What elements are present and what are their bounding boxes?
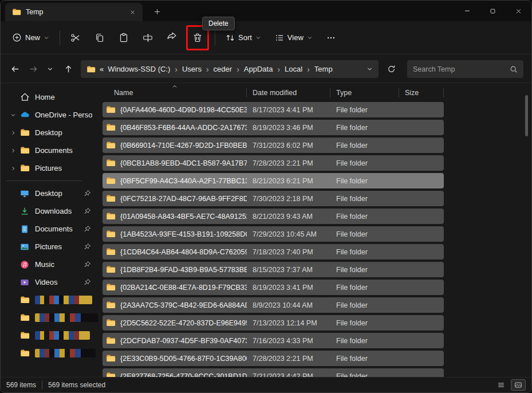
pin-icon <box>84 278 91 286</box>
breadcrumb-overflow[interactable]: « <box>100 65 104 73</box>
file-row[interactable]: {1CDB4C64-AB64-4804-8D9A-C762059A3...7/1… <box>103 244 444 260</box>
back-button[interactable] <box>6 60 23 77</box>
up-button[interactable] <box>60 60 77 77</box>
new-button[interactable]: New <box>7 27 54 49</box>
file-row[interactable]: {1DB8F2B4-9FAD-43B9-B9A5-57783BEA4...8/1… <box>103 262 444 277</box>
maximize-button[interactable] <box>480 1 506 21</box>
search-box[interactable] <box>407 60 523 78</box>
sidebar-item-documents[interactable]: Documents <box>1 142 98 159</box>
file-row[interactable]: {0AFA4406-460D-4D9D-9198-4CC50E3C2...8/1… <box>103 102 444 117</box>
breadcrumb-separator: › <box>174 65 178 74</box>
file-row[interactable]: {0B669014-710E-4267-9D2D-1FB0BEBA1A...7/… <box>103 137 444 153</box>
rename-button[interactable] <box>138 27 157 49</box>
column-header-type[interactable]: Type <box>330 84 399 102</box>
recent-locations-chevron[interactable] <box>43 60 57 77</box>
file-name: {02BA214C-0E88-4E7A-8D19-F79CB330FB... <box>120 284 247 292</box>
file-row[interactable]: {2DCFDAB7-0937-4D5F-BF39-0AF407373...7/1… <box>103 333 444 348</box>
tab-close-icon[interactable] <box>125 5 139 19</box>
file-row[interactable]: {2E33C0B9-5D05-4766-87F0-1C39A8009C...7/… <box>103 351 444 366</box>
pin-icon <box>84 207 91 215</box>
file-row[interactable]: {1AB4523A-93FE-4153-B191-109258DCA1...7/… <box>103 226 444 242</box>
view-button[interactable]: View <box>270 27 317 49</box>
minimize-button[interactable] <box>454 1 480 21</box>
sidebar-item-redacted[interactable] <box>1 344 98 362</box>
breadcrumb-item-temp[interactable]: Temp <box>314 65 333 73</box>
scrollbar-thumb[interactable] <box>525 95 528 136</box>
sidebar-item-pictures[interactable]: Pictures <box>1 159 98 177</box>
breadcrumb-item-local[interactable]: Local <box>285 65 302 73</box>
folder-icon <box>106 353 116 363</box>
column-header-size[interactable]: Size <box>399 84 444 102</box>
file-row[interactable]: {0BCB1AB8-9EBD-4DC1-B587-9A17B7B63...7/2… <box>103 155 444 171</box>
file-name: {0BF5CF99-A4C3-440A-A2F1-77BBC1350... <box>120 177 247 185</box>
breadcrumb: Windows-SSD (C:)›Users›ceder›AppData›Loc… <box>108 65 332 74</box>
titlebar[interactable]: Temp <box>1 1 531 21</box>
redacted-label <box>35 296 92 304</box>
redacted-label <box>35 313 98 322</box>
thumbnail-view-button[interactable] <box>511 379 526 391</box>
details-view-button[interactable] <box>494 379 509 391</box>
file-row[interactable]: {01A09458-A843-4BF5-AE7C-48A91252A4...8/… <box>103 209 444 224</box>
new-button-label: New <box>25 33 40 42</box>
more-options-button[interactable] <box>322 27 340 49</box>
address-dropdown-chevron[interactable] <box>367 66 373 72</box>
file-row[interactable]: {02BA214C-0E88-4E7A-8D19-F79CB330FB...8/… <box>103 280 444 295</box>
sidebar-item-desktop-pinned[interactable]: Desktop <box>1 184 98 202</box>
sidebar-divider <box>6 180 82 181</box>
file-name: {1DB8F2B4-9FAD-43B9-B9A5-57783BEA4... <box>120 266 247 274</box>
breadcrumb-item-appdata[interactable]: AppData <box>244 65 273 73</box>
sidebar-item-documents-pinned[interactable]: Documents <box>1 220 98 238</box>
file-date-modified: 8/19/2023 3:46 PM <box>247 124 330 132</box>
sidebar-item-pictures-pinned[interactable]: Pictures <box>1 238 98 256</box>
chevron-down-icon[interactable] <box>7 112 19 118</box>
pictures-icon <box>19 242 30 252</box>
file-date-modified: 7/30/2023 2:18 PM <box>247 195 330 203</box>
search-icon[interactable] <box>510 65 518 73</box>
chevron-right-icon[interactable] <box>7 148 19 154</box>
sidebar-item-redacted[interactable] <box>1 327 98 344</box>
close-button[interactable] <box>506 1 531 21</box>
sidebar-item-desktop[interactable]: Desktop <box>1 124 98 142</box>
redacted-label <box>35 349 96 357</box>
vertical-scrollbar[interactable] <box>524 86 529 375</box>
sidebar-item-downloads-pinned[interactable]: Downloads <box>1 202 98 220</box>
refresh-button[interactable] <box>383 60 400 78</box>
tab-temp[interactable]: Temp <box>5 3 143 21</box>
file-date-modified: 8/19/2023 3:41 PM <box>247 284 330 292</box>
file-row[interactable]: {0B46F853-F6B6-44AA-ADDC-2A1767347...8/1… <box>103 120 444 135</box>
new-tab-button[interactable] <box>149 5 164 18</box>
file-type: File folder <box>330 319 399 327</box>
search-input[interactable] <box>413 65 510 73</box>
sidebar-item-label: Desktop <box>35 128 62 137</box>
file-name: {2E827768-7256-4770-8CCC-301BD1DBB4... <box>120 372 247 378</box>
circle-plus-icon <box>12 33 22 42</box>
file-row[interactable]: {0FC75218-27AD-48C7-96AB-9FF2F8D43...7/3… <box>103 191 444 206</box>
share-button[interactable] <box>162 27 182 49</box>
column-header-name[interactable]: Name <box>103 84 247 102</box>
forward-button[interactable] <box>25 60 42 77</box>
column-header-date-modified[interactable]: Date modified <box>247 84 330 102</box>
sidebar-item-onedrive-perso[interactable]: OneDrive - Perso <box>1 106 98 124</box>
sidebar-item-redacted[interactable] <box>1 309 98 327</box>
cut-button[interactable] <box>66 27 85 49</box>
copy-button[interactable] <box>90 27 109 49</box>
sidebar-item-home[interactable]: Home <box>1 88 98 106</box>
breadcrumb-item-windows-ssd-c[interactable]: Windows-SSD (C:) <box>108 65 170 73</box>
paste-button[interactable] <box>114 27 133 49</box>
breadcrumb-item-users[interactable]: Users <box>182 65 202 73</box>
chevron-right-icon[interactable] <box>7 166 19 171</box>
file-list: {0AFA4406-460D-4D9D-9198-4CC50E3C2...8/1… <box>98 102 522 377</box>
address-bar[interactable]: « Windows-SSD (C:)›Users›ceder›AppData›L… <box>81 60 379 78</box>
sidebar-item-redacted[interactable] <box>1 291 98 309</box>
sidebar-item-videos-pinned[interactable]: Videos <box>1 273 98 291</box>
breadcrumb-item-ceder[interactable]: ceder <box>214 65 232 73</box>
file-type: File folder <box>330 337 399 345</box>
clipboard-icon <box>119 33 129 43</box>
file-row[interactable]: {2D5C5622-522E-4720-837D-E96E949555...7/… <box>103 315 444 331</box>
sidebar-item-music-pinned[interactable]: Music <box>1 256 98 273</box>
file-row[interactable]: {2E827768-7256-4770-8CCC-301BD1DBB4...7/… <box>103 368 444 377</box>
file-row[interactable]: {0BF5CF99-A4C3-440A-A2F1-77BBC1350...8/2… <box>103 173 444 188</box>
chevron-right-icon[interactable] <box>7 130 19 136</box>
file-row[interactable]: {2A3AA7C5-379C-4B42-9ED6-6A884AD39...8/9… <box>103 297 444 313</box>
sidebar-item-label: Documents <box>35 225 73 233</box>
